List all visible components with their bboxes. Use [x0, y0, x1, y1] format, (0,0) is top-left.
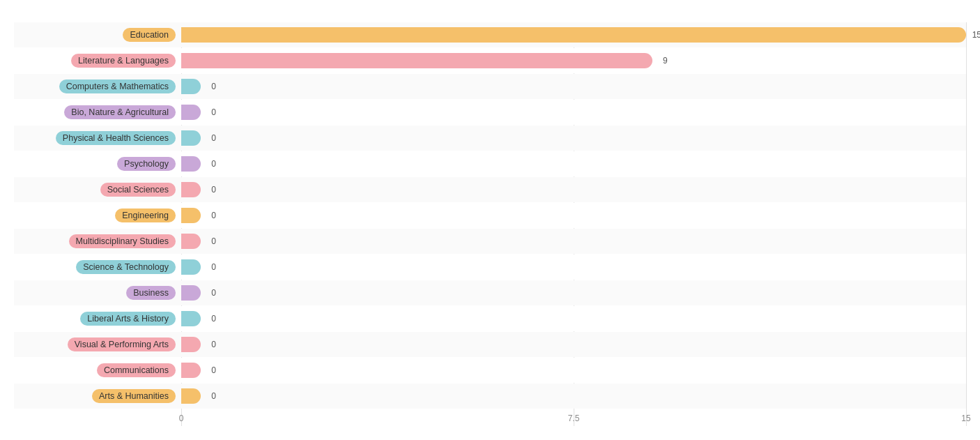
bar-container: 0: [181, 388, 966, 404]
bar-value: 0: [211, 314, 216, 324]
label-pill: Physical & Health Sciences: [56, 131, 176, 145]
bar-label: Multidisciplinary Studies: [14, 234, 181, 248]
label-pill: Social Sciences: [100, 183, 176, 197]
label-pill: Science & Technology: [76, 260, 176, 274]
bar-label: Visual & Performing Arts: [14, 337, 181, 351]
bar-container: 0: [181, 156, 966, 172]
bar-container: 15: [181, 27, 966, 43]
bar: 0: [181, 311, 201, 326]
bar-label: Physical & Health Sciences: [14, 131, 181, 145]
bar-row: Education15: [14, 22, 966, 47]
bar: 0: [181, 156, 201, 172]
bar: 0: [181, 285, 201, 301]
label-pill: Visual & Performing Arts: [68, 337, 176, 351]
label-pill: Liberal Arts & History: [80, 312, 176, 326]
bar-row: Communications0: [14, 358, 966, 383]
bar-label: Arts & Humanities: [14, 389, 181, 403]
bar-row: Psychology0: [14, 151, 966, 176]
bar-container: 0: [181, 259, 966, 275]
bar-row: Social Sciences0: [14, 177, 966, 202]
bar-row: Science & Technology0: [14, 255, 966, 280]
label-pill: Psychology: [117, 157, 176, 171]
bar-row: Bio, Nature & Agricultural0: [14, 100, 966, 125]
bar-container: 0: [181, 79, 966, 94]
bar-container: 0: [181, 130, 966, 146]
bar-label: Engineering: [14, 208, 181, 222]
bar-row: Arts & Humanities0: [14, 384, 966, 409]
bar: 0: [181, 234, 201, 249]
bar-row: Engineering0: [14, 203, 966, 228]
bar: 0: [181, 363, 201, 378]
bar-value: 0: [211, 365, 216, 375]
bar-label: Liberal Arts & History: [14, 312, 181, 326]
x-axis-label: 0: [179, 414, 184, 423]
bar: 0: [181, 79, 201, 94]
bar: 0: [181, 337, 201, 352]
bar-container: 0: [181, 208, 966, 223]
x-axis-label: 7.5: [568, 414, 580, 423]
label-pill: Multidisciplinary Studies: [69, 234, 176, 248]
bar-row: Liberal Arts & History0: [14, 306, 966, 331]
label-pill: Bio, Nature & Agricultural: [64, 105, 176, 119]
bar-container: 0: [181, 363, 966, 378]
label-pill: Education: [123, 28, 176, 42]
bar-label: Education: [14, 28, 181, 42]
label-pill: Computers & Mathematics: [59, 79, 176, 93]
bar-value: 0: [211, 133, 216, 143]
bar-value: 0: [211, 262, 216, 272]
bar-label: Bio, Nature & Agricultural: [14, 105, 181, 119]
label-pill: Arts & Humanities: [92, 389, 176, 403]
bar-value: 0: [211, 82, 216, 91]
bar: 0: [181, 105, 201, 120]
bar-row: Physical & Health Sciences0: [14, 126, 966, 151]
bar-value: 0: [211, 340, 216, 349]
bars-container: Education15Literature & Languages9Comput…: [14, 22, 966, 409]
bar-value: 9: [663, 56, 668, 66]
bar: 0: [181, 388, 201, 404]
bar: 9: [181, 53, 652, 68]
bar: 15: [181, 27, 966, 43]
label-pill: Business: [126, 286, 176, 300]
bar-value: 0: [211, 185, 216, 195]
bar-value: 0: [211, 159, 216, 169]
bar-label: Psychology: [14, 157, 181, 171]
bar-container: 0: [181, 105, 966, 120]
bar-value: 0: [211, 211, 216, 220]
bar-label: Computers & Mathematics: [14, 79, 181, 93]
bar: 0: [181, 182, 201, 197]
label-pill: Literature & Languages: [71, 54, 176, 68]
bar-value: 0: [211, 391, 216, 401]
bar-container: 0: [181, 311, 966, 326]
label-pill: Communications: [97, 363, 176, 377]
bar-label: Science & Technology: [14, 260, 181, 274]
bar-label: Social Sciences: [14, 183, 181, 197]
bar-container: 9: [181, 53, 966, 68]
x-axis: 07.515: [181, 409, 966, 426]
bar-value: 0: [211, 236, 216, 246]
grid-line: [966, 22, 967, 426]
bar-label: Literature & Languages: [14, 54, 181, 68]
bar-container: 0: [181, 285, 966, 301]
bar: 0: [181, 130, 201, 146]
x-axis-label: 15: [961, 414, 970, 423]
bar-container: 0: [181, 337, 966, 352]
bar-value: 0: [211, 107, 216, 117]
bar-row: Business0: [14, 280, 966, 305]
bar-value: 0: [211, 288, 216, 298]
bar: 0: [181, 208, 201, 223]
label-pill: Engineering: [115, 208, 176, 222]
bar: 0: [181, 259, 201, 275]
bar-container: 0: [181, 234, 966, 249]
bar-row: Multidisciplinary Studies0: [14, 229, 966, 254]
bar-label: Business: [14, 286, 181, 300]
bar-row: Literature & Languages9: [14, 48, 966, 73]
chart-area: Education15Literature & Languages9Comput…: [14, 22, 966, 426]
bar-row: Computers & Mathematics0: [14, 74, 966, 99]
bar-row: Visual & Performing Arts0: [14, 332, 966, 357]
bar-label: Communications: [14, 363, 181, 377]
bar-container: 0: [181, 182, 966, 197]
bar-value: 15: [972, 30, 980, 40]
